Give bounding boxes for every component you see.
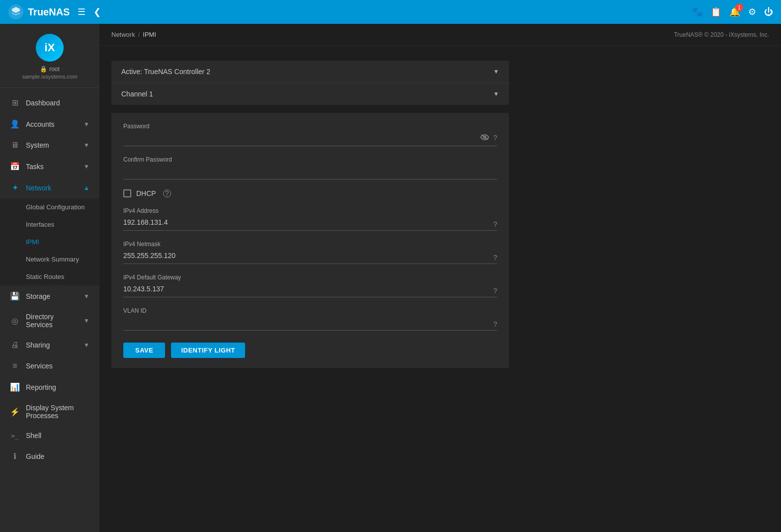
storage-label: Storage	[26, 292, 78, 300]
system-chevron: ▼	[84, 142, 89, 149]
channel-arrow-icon: ▼	[493, 90, 499, 97]
menu-icon[interactable]: ☰	[78, 6, 86, 17]
sidebar-item-shell[interactable]: >_ Shell	[0, 426, 99, 445]
sidebar-item-tasks[interactable]: 📅 Tasks ▼	[0, 156, 99, 177]
breadcrumb-bar: Network / IPMI TrueNAS® © 2020 - iXsyste…	[99, 24, 781, 46]
sidebar-item-system[interactable]: 🖥 System ▼	[0, 135, 99, 156]
controller-card: Active: TrueNAS Controller 2 ▼ Channel 1…	[111, 61, 509, 105]
password-input-wrapper: ?	[123, 132, 497, 146]
reporting-label: Reporting	[26, 383, 89, 391]
vlan-id-inner	[123, 316, 489, 328]
system-label: System	[26, 141, 78, 149]
user-lock: 🔒 root	[40, 66, 60, 73]
tasks-chevron: ▼	[84, 163, 89, 170]
ipv4-gateway-inner	[123, 283, 489, 295]
ipv4-gateway-help-icon[interactable]: ?	[493, 287, 497, 295]
network-icon: ✦	[10, 183, 20, 192]
sidebar-item-reporting[interactable]: 📊 Reporting	[0, 376, 99, 398]
sidebar-item-static-routes[interactable]: Static Routes	[0, 268, 99, 285]
vlan-id-help-icon[interactable]: ?	[493, 320, 497, 328]
sidebar-user: iX 🔒 root sample.ixsystems.com	[0, 24, 99, 88]
app-logo[interactable]: TrueNAS	[8, 4, 70, 20]
sharing-label: Sharing	[26, 341, 78, 349]
dhcp-label: DHCP	[136, 189, 156, 197]
help-icon[interactable]: 🐾	[692, 6, 702, 17]
guide-label: Guide	[26, 452, 89, 460]
ipv4-gateway-input[interactable]	[123, 283, 489, 295]
confirm-password-input-wrapper	[123, 165, 497, 179]
sidebar-item-guide[interactable]: ℹ Guide	[0, 445, 99, 467]
dhcp-row: DHCP ?	[123, 189, 497, 197]
channel-dropdown[interactable]: Channel 1 ▼	[111, 83, 509, 105]
ipv4-netmask-row: ?	[123, 250, 497, 264]
ipv4-address-inner	[123, 216, 489, 228]
breadcrumb-parent[interactable]: Network	[111, 31, 135, 38]
ipv4-netmask-input[interactable]	[123, 250, 489, 262]
ipv4-address-input[interactable]	[123, 216, 489, 228]
sidebar-item-ipmi[interactable]: IPMI	[0, 233, 99, 251]
notification-badge: 1	[735, 3, 743, 11]
power-icon[interactable]: ⏻	[764, 7, 773, 17]
sidebar-item-dashboard[interactable]: ⊞ Dashboard	[0, 92, 99, 113]
version-text: TrueNAS® © 2020 - iXsystems, Inc.	[674, 31, 769, 38]
sidebar-item-interfaces[interactable]: Interfaces	[0, 216, 99, 233]
identify-light-button[interactable]: IDENTIFY LIGHT	[171, 343, 245, 358]
accounts-label: Accounts	[26, 120, 78, 128]
services-icon: ≡	[10, 361, 20, 370]
system-icon: 🖥	[10, 141, 20, 150]
save-button[interactable]: SAVE	[123, 343, 165, 358]
storage-icon: 💾	[10, 291, 20, 301]
storage-chevron: ▼	[84, 293, 89, 300]
reporting-icon: 📊	[10, 382, 20, 392]
breadcrumb-separator: /	[138, 31, 140, 38]
vlan-id-label: VLAN ID	[123, 307, 497, 314]
shell-icon: >_	[10, 432, 20, 440]
clipboard-icon[interactable]: 📋	[710, 6, 721, 17]
channel-label: Channel 1	[121, 90, 153, 98]
back-icon[interactable]: ❮	[93, 6, 101, 17]
ipv4-netmask-help-icon[interactable]: ?	[493, 254, 497, 262]
toggle-password-icon[interactable]	[480, 133, 489, 142]
ipv4-gateway-label: IPv4 Default Gateway	[123, 274, 497, 281]
controller-label: Active: TrueNAS Controller 2	[121, 68, 210, 76]
accounts-icon: 👤	[10, 119, 20, 129]
tasks-label: Tasks	[26, 163, 78, 171]
ipv4-address-help-icon[interactable]: ?	[493, 220, 497, 228]
password-help-icon[interactable]: ?	[493, 134, 497, 142]
password-group: Password ?	[123, 123, 497, 146]
main-content: Network / IPMI TrueNAS® © 2020 - iXsyste…	[99, 24, 781, 532]
sidebar-item-network[interactable]: ✦ Network ▲	[0, 177, 99, 198]
sidebar-item-services[interactable]: ≡ Services	[0, 355, 99, 376]
vlan-id-input[interactable]	[123, 316, 489, 328]
sidebar-item-accounts[interactable]: 👤 Accounts ▼	[0, 113, 99, 135]
layout: iX 🔒 root sample.ixsystems.com ⊞ Dashboa…	[0, 24, 781, 532]
controller-dropdown[interactable]: Active: TrueNAS Controller 2 ▼	[111, 61, 509, 83]
sidebar-item-global-configuration[interactable]: Global Configuration	[0, 198, 99, 216]
sidebar-item-network-summary[interactable]: Network Summary	[0, 251, 99, 268]
sidebar-item-display-system-processes[interactable]: ⚡ Display System Processes	[0, 398, 99, 426]
notifications-icon[interactable]: 🔔 1	[729, 6, 740, 17]
directory-services-icon: ◎	[10, 316, 20, 326]
confirm-password-input[interactable]	[123, 165, 497, 177]
network-label: Network	[26, 184, 78, 192]
dhcp-help-icon[interactable]: ?	[163, 189, 171, 197]
sidebar-item-directory-services[interactable]: ◎ Directory Services ▼	[0, 307, 99, 335]
dhcp-checkbox[interactable]	[123, 189, 131, 197]
confirm-password-label: Confirm Password	[123, 156, 497, 163]
sidebar-item-storage[interactable]: 💾 Storage ▼	[0, 285, 99, 307]
dashboard-label: Dashboard	[26, 99, 89, 107]
password-input[interactable]	[123, 132, 480, 144]
dashboard-icon: ⊞	[10, 98, 20, 107]
lock-icon: 🔒	[40, 66, 47, 73]
directory-services-label: Directory Services	[26, 313, 78, 329]
display-system-processes-icon: ⚡	[10, 407, 20, 417]
app-name: TrueNAS	[28, 6, 70, 18]
sidebar-item-sharing[interactable]: 🖨 Sharing ▼	[0, 335, 99, 355]
ipv4-netmask-inner	[123, 250, 489, 262]
settings-icon[interactable]: ⚙	[748, 6, 756, 17]
user-host: sample.ixsystems.com	[22, 74, 78, 80]
accounts-chevron: ▼	[84, 121, 89, 128]
ipv4-address-label: IPv4 Address	[123, 207, 497, 214]
password-icons: ?	[480, 133, 497, 142]
network-chevron: ▲	[84, 184, 89, 191]
